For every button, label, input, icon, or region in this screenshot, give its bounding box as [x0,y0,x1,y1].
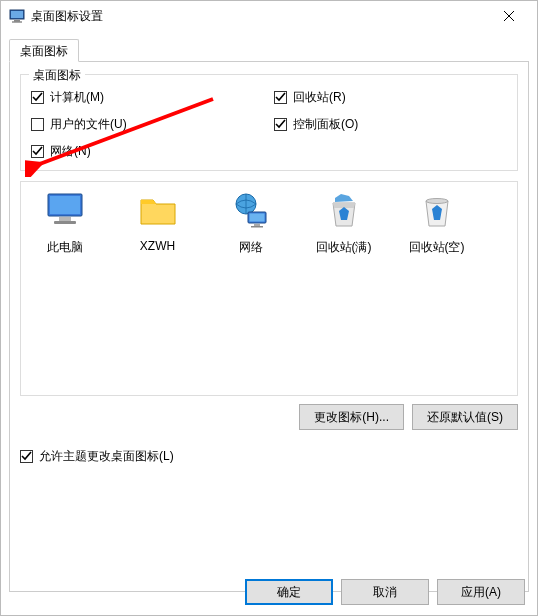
window-title: 桌面图标设置 [31,8,103,25]
svg-rect-13 [249,214,264,222]
change-icon-button[interactable]: 更改图标(H)... [299,404,404,430]
checkbox-label: 控制面板(O) [293,116,358,133]
checkbox-userfiles[interactable]: 用户的文件(U) [31,116,264,133]
checkbox-network[interactable]: 网络(N) [31,143,264,160]
tab-label: 桌面图标 [20,44,68,58]
titlebar: 桌面图标设置 [1,1,537,31]
tab-content: 桌面图标 计算机(M) 回收站(R) 用户的文件(U) [9,62,529,592]
checkbox-box-icon [31,145,44,158]
svg-rect-14 [254,224,260,226]
ok-button[interactable]: 确定 [245,579,333,605]
icon-row: 此电脑 XZWH 网络 [27,190,511,256]
icon-button-row: 更改图标(H)... 还原默认值(S) [20,404,518,430]
checkbox-recycle[interactable]: 回收站(R) [274,89,507,106]
icon-item-recycle-full[interactable]: 回收站(满) [306,190,381,256]
checkbox-box-icon [31,118,44,131]
checkbox-controlpanel[interactable]: 控制面板(O) [274,116,507,133]
folder-icon [137,190,179,232]
checkbox-box-icon [31,91,44,104]
icon-item-xzwh[interactable]: XZWH [120,190,195,256]
checkbox-label: 用户的文件(U) [50,116,127,133]
svg-rect-9 [59,217,71,221]
icon-label: 回收站(满) [306,239,381,256]
svg-rect-3 [12,22,22,23]
icon-item-recycle-empty[interactable]: 回收站(空) [399,190,474,256]
checkbox-box-icon [20,450,33,463]
checkbox-label: 网络(N) [50,143,91,160]
icon-panel: 此电脑 XZWH 网络 [20,181,518,396]
svg-rect-8 [50,196,80,214]
checkbox-box-icon [274,118,287,131]
icon-label: 回收站(空) [399,239,474,256]
icon-label: 网络 [213,239,288,256]
dialog-button-row: 确定 取消 应用(A) [245,579,525,605]
svg-rect-1 [11,11,23,18]
svg-rect-15 [251,226,263,228]
recycle-bin-empty-icon [416,190,458,232]
icon-item-network[interactable]: 网络 [213,190,288,256]
network-globe-icon [230,190,272,232]
icon-label: XZWH [120,239,195,253]
group-title: 桌面图标 [29,67,85,84]
tab-strip: 桌面图标 [9,39,529,62]
icon-item-thispc[interactable]: 此电脑 [27,190,102,256]
icon-label: 此电脑 [27,239,102,256]
apply-button[interactable]: 应用(A) [437,579,525,605]
tab-desktop-icons[interactable]: 桌面图标 [9,39,79,62]
cancel-button[interactable]: 取消 [341,579,429,605]
checkbox-label: 计算机(M) [50,89,104,106]
checkbox-computer[interactable]: 计算机(M) [31,89,264,106]
restore-default-button[interactable]: 还原默认值(S) [412,404,518,430]
svg-point-16 [426,199,448,204]
checkbox-box-icon [274,91,287,104]
checkbox-label: 允许主题更改桌面图标(L) [39,448,174,465]
monitor-icon [44,190,86,232]
svg-rect-10 [54,221,76,224]
svg-rect-2 [14,20,20,22]
recycle-bin-full-icon [323,190,365,232]
close-button[interactable] [489,1,529,31]
checkbox-grid: 计算机(M) 回收站(R) 用户的文件(U) 控制面板(O) [31,89,507,160]
desktop-icons-group: 桌面图标 计算机(M) 回收站(R) 用户的文件(U) [20,74,518,171]
desktop-settings-icon [9,8,25,24]
checkbox-label: 回收站(R) [293,89,346,106]
checkbox-allow-theme[interactable]: 允许主题更改桌面图标(L) [20,448,518,465]
